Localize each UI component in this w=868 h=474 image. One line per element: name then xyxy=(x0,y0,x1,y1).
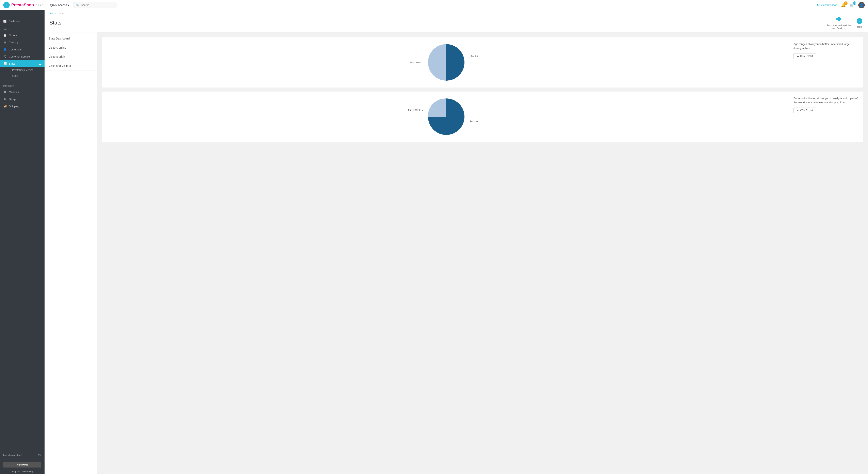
logo-area: P PrestaShop 1.7.7.5 xyxy=(3,2,43,8)
top-navigation: P PrestaShop 1.7.7.5 Quick Access ▾ 🔍 👁 … xyxy=(0,0,868,10)
recommended-modules-label: Recommended Modules and Services xyxy=(827,24,851,30)
quick-access-label: Quick Access xyxy=(50,3,67,7)
customers-icon: 👤 xyxy=(3,48,7,51)
launch-percent: 0% xyxy=(38,454,41,456)
main-content: Unknown 50-59 xyxy=(97,32,868,474)
breadcrumb-sell[interactable]: Sell xyxy=(50,12,54,15)
sidebar-item-modules[interactable]: ⚙ Modules xyxy=(0,89,44,96)
design-label: Design xyxy=(9,98,17,101)
search-icon: 🔍 xyxy=(76,3,80,7)
shipping-label: Shipping xyxy=(9,105,19,108)
age-pie-svg xyxy=(426,42,466,83)
sidebar-item-shipping[interactable]: 🚚 Shipping xyxy=(0,103,44,110)
launch-label: Launch your shop! xyxy=(3,454,22,456)
catalog-label: Catalog xyxy=(9,41,18,44)
launch-progress-bar xyxy=(3,459,41,460)
dashboard-label: Dashboard xyxy=(8,20,22,23)
stats-icon: 📊 xyxy=(3,62,7,65)
user-icon: 👤 xyxy=(860,3,864,7)
customers-label: Customers xyxy=(9,48,22,51)
main-layout: « 📈 Dashboard SELL 📋 Orders ⊞ Catalog 👤 … xyxy=(0,10,868,474)
sidebar-item-stats[interactable]: 📊 Stats ▲ xyxy=(0,60,44,67)
country-csv-export-button[interactable]: ☁ CSV Export xyxy=(794,108,816,113)
search-input[interactable] xyxy=(81,3,111,6)
catalog-icon: ⊞ xyxy=(3,41,7,44)
help-label: Help xyxy=(857,26,862,28)
cloud-download-icon-2: ☁ xyxy=(797,109,799,112)
logo-image: P xyxy=(3,2,10,8)
stop-onboarding-link[interactable]: Stop the OnBoarding xyxy=(0,469,44,474)
sidebar-divider xyxy=(0,80,44,81)
age-50-59-label: 50-59 xyxy=(471,54,478,57)
left-menu-item-visitors-online[interactable]: Visitors online xyxy=(44,43,97,52)
orders-notifications-button[interactable]: 🛒 13 xyxy=(849,3,855,7)
recommended-modules-button[interactable]: Recommended Modules and Services xyxy=(827,16,851,30)
age-csv-export-label: CSV Export xyxy=(800,55,813,58)
sell-section-label: SELL xyxy=(0,25,44,32)
age-ranges-chart: Unknown 50-59 xyxy=(107,42,785,83)
eye-icon: 👁 xyxy=(816,3,819,7)
left-menu-panel: Stats Dashboard Visitors online Visitors… xyxy=(44,32,97,474)
country-pie-svg xyxy=(426,96,466,137)
logo-version: 1.7.7.5 xyxy=(36,4,43,6)
left-menu-item-visitors-origin[interactable]: Visitors origin xyxy=(44,52,97,61)
content-area: Sell / Stats Stats Recommended Modules a… xyxy=(44,10,868,474)
improve-section-label: IMPROVE xyxy=(0,82,44,89)
stats-chevron-icon: ▲ xyxy=(39,62,41,65)
country-distribution-text: Country distribution allows you to analy… xyxy=(794,96,858,105)
sidebar-item-catalog[interactable]: ⊞ Catalog xyxy=(0,39,44,46)
help-button[interactable]: ? Help xyxy=(856,18,863,28)
sidebar-item-customers[interactable]: 👤 Customers xyxy=(0,46,44,53)
user-avatar-button[interactable]: 👤 xyxy=(858,2,865,8)
puzzle-icon xyxy=(835,16,842,23)
sidebar-item-dashboard[interactable]: 📈 Dashboard xyxy=(0,17,44,25)
stats-label: Stats xyxy=(9,62,15,65)
chart-icon: 📈 xyxy=(3,20,6,23)
age-ranges-section: Unknown 50-59 xyxy=(102,37,863,88)
sidebar-sub-item-stats[interactable]: Stats xyxy=(9,73,44,79)
sidebar-item-customer-service[interactable]: 🗨 Customer Service xyxy=(0,53,44,60)
page-header: Sell / Stats Stats Recommended Modules a… xyxy=(44,10,868,32)
quick-access-button[interactable]: Quick Access ▾ xyxy=(48,2,71,8)
sidebar-item-design[interactable]: 🖥 Design xyxy=(0,96,44,103)
notifications-button[interactable]: 🔔 7 xyxy=(841,3,846,7)
breadcrumb-separator: / xyxy=(55,12,56,15)
notifications-badge: 7 xyxy=(844,1,847,5)
left-menu-item-visits-visitors[interactable]: Visits and Visitors xyxy=(44,61,97,70)
page-title-row: Stats Recommended Modules and Services xyxy=(50,16,863,30)
search-box: 🔍 xyxy=(73,2,118,8)
page-actions: Recommended Modules and Services ? Help xyxy=(827,16,863,30)
country-distribution-chart: United States France xyxy=(107,96,785,137)
design-icon: 🖥 xyxy=(3,98,7,101)
breadcrumb-stats: Stats xyxy=(59,12,65,15)
age-ranges-text: Age ranges allow you to better understan… xyxy=(794,42,858,51)
cloud-download-icon: ☁ xyxy=(797,55,799,58)
resume-button[interactable]: RESUME xyxy=(3,462,41,468)
orders-label: Orders xyxy=(9,34,17,37)
sidebar-collapse-button[interactable]: « xyxy=(41,12,42,16)
modules-label: Modules xyxy=(9,91,19,94)
top-nav-right: 👁 View my shop 🔔 7 🛒 13 👤 xyxy=(816,2,865,8)
help-icon: ? xyxy=(856,18,863,25)
customer-service-icon: 🗨 xyxy=(3,55,7,58)
country-france-label: France xyxy=(470,120,478,123)
country-csv-export-label: CSV Export xyxy=(800,109,813,112)
sidebar-sub-item-prestashop-metrics[interactable]: PrestaShop Metrics xyxy=(9,67,44,73)
age-csv-export-button[interactable]: ☁ CSV Export xyxy=(794,53,816,59)
left-menu-item-stats-dashboard[interactable]: Stats Dashboard xyxy=(44,34,97,43)
logo-text: PrestaShop xyxy=(11,3,34,7)
svg-text:?: ? xyxy=(859,19,861,23)
country-distribution-section: United States France xyxy=(102,92,863,142)
age-ranges-description: Age ranges allow you to better understan… xyxy=(794,42,858,59)
svg-text:P: P xyxy=(6,4,7,6)
sidebar: « 📈 Dashboard SELL 📋 Orders ⊞ Catalog 👤 … xyxy=(0,10,44,474)
country-us-label: United States xyxy=(407,109,423,112)
page-title: Stats xyxy=(50,20,61,26)
sidebar-item-orders[interactable]: 📋 Orders xyxy=(0,32,44,39)
sidebar-collapse: « xyxy=(0,10,44,17)
view-my-shop-link[interactable]: 👁 View my shop xyxy=(816,3,837,7)
shipping-icon: 🚚 xyxy=(3,105,7,108)
customer-service-label: Customer Service xyxy=(9,55,30,58)
orders-badge: 13 xyxy=(853,1,856,5)
inner-layout: Stats Dashboard Visitors online Visitors… xyxy=(44,32,868,474)
